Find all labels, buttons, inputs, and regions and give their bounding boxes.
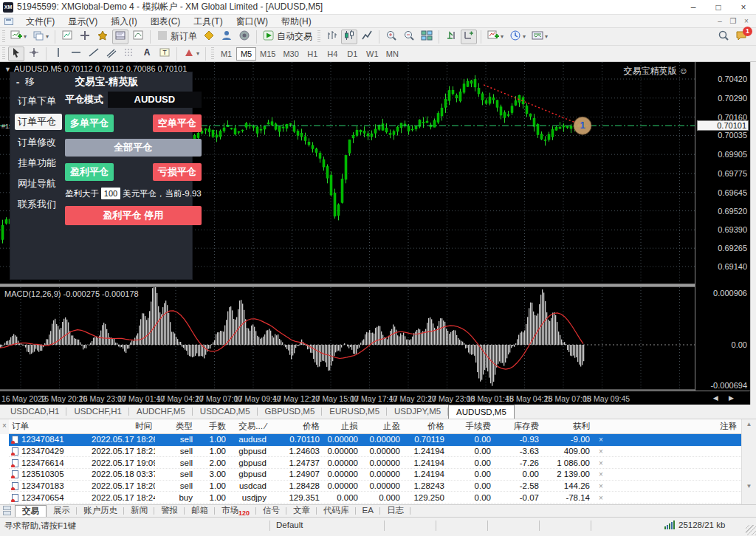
indicators-button[interactable]: ▾ [485,30,506,44]
zoom-out-button[interactable] [401,30,417,44]
sounds-button[interactable] [236,30,252,44]
order-row-123476614[interactable]: 1234766142022.05.17 19:09:58sell2.00gbpu… [9,457,741,469]
close-order-icon[interactable]: × [599,459,603,467]
candlestick-chart-button[interactable] [341,30,357,44]
terminal-button[interactable] [112,30,128,44]
new-order-button[interactable]: 新订单 [154,30,199,44]
dropdown-caret-icon[interactable]: ▾ [24,33,27,40]
column-header-profit[interactable]: 获利 [542,421,593,432]
profiles-button[interactable]: ▾ [30,30,51,44]
dropdown-caret-icon[interactable]: ▾ [523,33,526,40]
bar-chart-button[interactable] [323,30,340,44]
order-row-123470654[interactable]: 1234706542022.05.17 18:24:00buy1.00usdjp… [9,492,741,504]
close-mode-value[interactable]: AUDUSD [108,92,202,108]
mdi-minimize-button[interactable]: ‒ [713,16,726,27]
toolbar-grip[interactable] [2,47,5,61]
chart-tab-usdjpy-m5[interactable]: USDJPY,M5 [387,405,448,419]
menu-item-h[interactable]: 帮助(H) [275,15,318,28]
column-header-time[interactable]: 时间 [89,421,155,432]
terminal-tab-交易[interactable]: 交易 [15,505,47,517]
column-header-commission[interactable]: 手续费 [447,421,494,432]
new-chart-button[interactable]: ▾ [8,30,29,44]
macd-canvas[interactable] [0,287,695,391]
panel-minimize-button[interactable]: - [10,76,25,88]
close-order-icon[interactable]: × [599,482,603,490]
terminal-tab-信号[interactable]: 信号 [256,505,286,517]
mdi-close-button[interactable]: × [740,16,753,27]
close-short-button[interactable]: 空单平仓 [153,114,202,132]
chart-tab-eurusd-m5[interactable]: EURUSD,M5 [322,405,387,419]
order-row-123510305[interactable]: 1235103052022.05.18 03:37:11sell3.00gbpu… [9,469,741,481]
column-header-swap[interactable]: 库存费 [494,421,542,432]
cell-close[interactable]: × [593,493,609,502]
timeframe-button-m5[interactable]: M5 [236,47,256,61]
timeframe-button-h1[interactable]: H1 [303,47,323,61]
horizontal-line-button[interactable] [68,47,84,61]
status-profile[interactable]: Default [276,520,303,529]
panel-menu-item-3[interactable]: 挂单功能 [15,155,62,171]
navigator-button[interactable] [94,30,111,44]
cell-close[interactable]: × [593,447,609,456]
maximize-button[interactable]: □ [706,0,731,14]
close-button[interactable]: × [731,0,756,14]
terminal-header-row[interactable]: 订单时间类型手数交易... ∕价格止损止盈价格手续费库存费获利注释 [9,419,741,434]
market-watch-button[interactable] [59,30,75,44]
cell-close[interactable]: × [593,470,609,478]
panel-menu-item-4[interactable]: 网址导航 [15,176,62,192]
timeframe-button-m1[interactable]: M1 [216,47,236,61]
chart-tab-gbpusd-m5[interactable]: GBPUSD,M5 [258,405,323,419]
panel-menu-item-2[interactable]: 订单修改 [15,134,62,151]
column-header-price2[interactable]: 价格 [403,421,447,432]
column-header-symbol[interactable]: 交易... ∕ [229,421,269,432]
terminal-tab-文章[interactable]: 文章 [286,505,317,517]
fibonacci-button[interactable] [121,47,137,61]
chart-tab-usdcad-m5[interactable]: USDCAD,M5 [193,405,258,419]
close-order-icon[interactable]: × [599,436,603,444]
tile-windows-button[interactable] [419,30,435,44]
terminal-scrollbar[interactable]: ▲ ▼ [741,419,756,504]
profit-close-toggle-button[interactable]: 盈利平仓 停用 [65,206,202,225]
column-header-comment[interactable]: 注释 [609,421,741,432]
chart-shift-button[interactable] [461,30,477,44]
column-header-type[interactable]: 类型 [155,421,196,432]
time-axis[interactable]: ◀ ▶ 16 May 202216 May 20:2016 May 23:001… [0,391,750,405]
text-button[interactable]: A [139,47,155,61]
zoom-in-button[interactable] [383,30,399,44]
column-header-sl[interactable]: 止损 [323,421,361,432]
cell-close[interactable]: × [593,481,609,490]
chart-scroll-arrows[interactable]: ◀ ▶ [713,394,738,402]
toolbar-grip[interactable] [2,30,5,44]
chart-tab-usdcad-h1[interactable]: USDCAD,H1 [3,405,66,419]
terminal-close-button[interactable]: × [0,419,9,434]
terminal-tab-ea[interactable]: EA [356,505,380,517]
profit-threshold-input[interactable]: 100 [101,188,120,199]
close-loss-button[interactable]: 亏损平仓 [153,163,202,181]
menu-item-f[interactable]: 文件(F) [19,15,61,28]
chart-tab-usdchf-h1[interactable]: USDCHF,H1 [66,405,129,419]
timeframe-button-d1[interactable]: D1 [343,47,362,61]
autotrading-button[interactable]: 自动交易 [261,30,315,44]
auto-scroll-button[interactable] [443,30,459,44]
resize-grip[interactable] [746,525,756,535]
line-chart-button[interactable] [359,30,375,44]
trendline-button[interactable] [86,47,102,61]
scroll-up-icon[interactable]: ▲ [742,421,756,427]
periods-button[interactable]: ▾ [507,30,528,44]
panel-menu-item-1[interactable]: 订单平仓 [15,114,62,130]
close-long-button[interactable]: 多单平仓 [65,114,114,132]
menu-item-i[interactable]: 插入(I) [104,15,143,28]
menu-item-v[interactable]: 显示(V) [61,15,104,28]
data-window-button[interactable] [77,30,93,44]
search-button[interactable] [715,30,732,44]
terminal-tab-代码库[interactable]: 代码库 [317,505,356,517]
order-row-123470183[interactable]: 1234701832022.05.17 18:20:12sell1.00usdc… [9,481,741,492]
toolbar-grip[interactable] [317,30,320,44]
terminal-tab-新闻[interactable]: 新闻 [124,505,154,517]
timeframe-button-h4[interactable]: H4 [323,47,343,61]
column-header-price[interactable]: 价格 [269,421,323,432]
close-order-icon[interactable]: × [599,494,603,502]
close-order-icon[interactable]: × [599,470,603,478]
menu-item-w[interactable]: 窗口(W) [230,15,275,28]
panel-menu-item-0[interactable]: 订单下单 [15,93,62,109]
panel-menu-item-5[interactable]: 联系我们 [15,196,62,213]
